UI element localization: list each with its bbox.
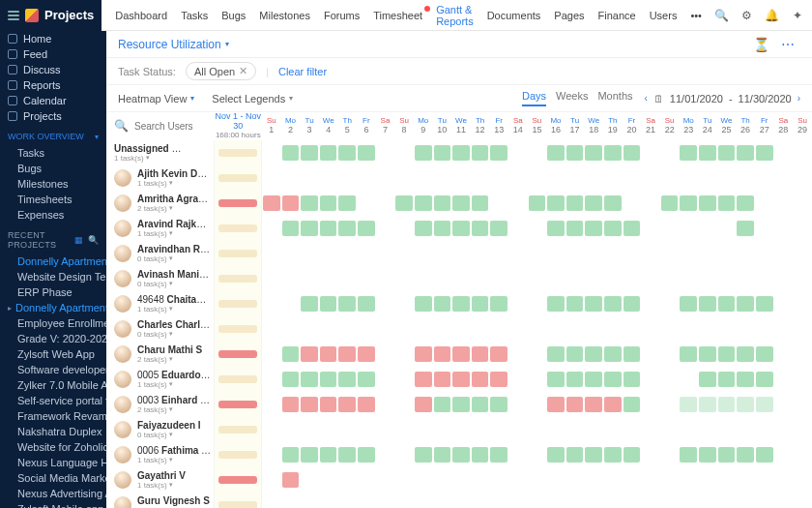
day-cell[interactable] bbox=[394, 291, 414, 316]
day-cell[interactable] bbox=[584, 442, 603, 467]
day-cell[interactable] bbox=[376, 392, 395, 417]
chevron-down-icon[interactable]: ▾ bbox=[169, 456, 173, 463]
day-cell[interactable] bbox=[489, 442, 508, 467]
day-cell[interactable] bbox=[623, 291, 642, 316]
day-cell[interactable] bbox=[584, 266, 603, 291]
day-cell[interactable] bbox=[281, 191, 301, 216]
day-cell[interactable] bbox=[451, 367, 471, 392]
day-cell[interactable] bbox=[300, 367, 319, 392]
user-cell[interactable]: Ajith Kevin Devad...1 task(s)▾ bbox=[106, 165, 215, 191]
day-cell[interactable] bbox=[660, 140, 680, 165]
chip-remove-icon[interactable]: ✕ bbox=[239, 65, 247, 77]
search-icon[interactable]: 🔍 bbox=[715, 9, 729, 22]
day-cell[interactable] bbox=[451, 342, 471, 367]
day-cell[interactable] bbox=[357, 291, 376, 316]
day-cell[interactable] bbox=[528, 241, 547, 266]
day-cell[interactable] bbox=[300, 493, 319, 508]
day-cell[interactable] bbox=[736, 392, 755, 417]
day-cell[interactable] bbox=[357, 266, 376, 291]
day-cell[interactable] bbox=[451, 316, 471, 342]
sidebar-sub-timesheets[interactable]: Timesheets bbox=[0, 192, 106, 207]
day-cell[interactable] bbox=[623, 266, 642, 291]
day-cell[interactable] bbox=[489, 392, 508, 417]
day-cell[interactable] bbox=[603, 316, 623, 342]
user-cell[interactable]: Aravindhan Rajen...0 task(s)▾ bbox=[106, 241, 215, 266]
day-cell[interactable] bbox=[698, 342, 717, 367]
day-cell[interactable] bbox=[414, 291, 433, 316]
user-cell[interactable]: Guru Vignesh S0 task(s)▾ bbox=[106, 493, 215, 508]
day-cell[interactable] bbox=[528, 266, 547, 291]
day-cell[interactable] bbox=[584, 342, 603, 367]
day-cell[interactable] bbox=[698, 291, 717, 316]
day-cell[interactable] bbox=[357, 392, 376, 417]
day-cell[interactable] bbox=[281, 417, 301, 442]
day-cell[interactable] bbox=[641, 165, 660, 191]
day-cell[interactable] bbox=[508, 191, 528, 216]
day-cell[interactable] bbox=[698, 191, 717, 216]
day-cell[interactable] bbox=[698, 417, 717, 442]
day-cell[interactable] bbox=[262, 216, 281, 241]
day-cell[interactable] bbox=[717, 467, 737, 493]
day-cell[interactable] bbox=[679, 467, 698, 493]
day-cell[interactable] bbox=[281, 216, 301, 241]
day-cell[interactable] bbox=[394, 165, 414, 191]
day-cell[interactable] bbox=[357, 165, 376, 191]
day-cell[interactable] bbox=[376, 216, 395, 241]
day-cell[interactable] bbox=[357, 140, 376, 165]
day-cell[interactable] bbox=[471, 241, 490, 266]
day-cell[interactable] bbox=[337, 316, 357, 342]
day-cell[interactable] bbox=[281, 266, 301, 291]
day-cell[interactable] bbox=[755, 140, 774, 165]
day-cell[interactable] bbox=[357, 241, 376, 266]
day-cell[interactable] bbox=[641, 367, 660, 392]
day-cell[interactable] bbox=[489, 165, 508, 191]
day-cell[interactable] bbox=[262, 417, 281, 442]
menu-milestones[interactable]: Milestones bbox=[259, 10, 310, 21]
day-cell[interactable] bbox=[262, 140, 281, 165]
day-cell[interactable] bbox=[641, 467, 660, 493]
day-cell[interactable] bbox=[394, 241, 414, 266]
day-cell[interactable] bbox=[376, 266, 395, 291]
day-cell[interactable] bbox=[337, 140, 357, 165]
day-cell[interactable] bbox=[376, 291, 395, 316]
day-cell[interactable] bbox=[641, 191, 660, 216]
day-cell[interactable] bbox=[319, 316, 338, 342]
day-cell[interactable] bbox=[736, 417, 755, 442]
day-cell[interactable] bbox=[736, 291, 755, 316]
sidebar-project[interactable]: Self-service portal for Z bbox=[0, 393, 106, 408]
day-cell[interactable] bbox=[337, 165, 357, 191]
day-cell[interactable] bbox=[698, 367, 717, 392]
day-cell[interactable] bbox=[717, 191, 737, 216]
day-cell[interactable] bbox=[736, 140, 755, 165]
day-cell[interactable] bbox=[394, 316, 414, 342]
day-cell[interactable] bbox=[566, 216, 585, 241]
chevron-down-icon[interactable]: ▾ bbox=[169, 280, 173, 287]
menu-finance[interactable]: Finance bbox=[598, 10, 636, 21]
day-cell[interactable] bbox=[471, 493, 490, 508]
day-cell[interactable] bbox=[337, 291, 357, 316]
day-cell[interactable] bbox=[471, 140, 490, 165]
day-cell[interactable] bbox=[698, 140, 717, 165]
day-cell[interactable] bbox=[755, 442, 774, 467]
day-cell[interactable] bbox=[603, 266, 623, 291]
day-cell[interactable] bbox=[471, 367, 490, 392]
sidebar-project[interactable]: Employee Enrollment bbox=[0, 315, 106, 331]
day-cell[interactable] bbox=[774, 165, 794, 191]
day-cell[interactable] bbox=[755, 493, 774, 508]
more-icon[interactable]: ⋯ bbox=[775, 37, 800, 52]
day-cell[interactable] bbox=[736, 191, 755, 216]
day-cell[interactable] bbox=[300, 216, 319, 241]
day-cell[interactable] bbox=[546, 342, 566, 367]
day-cell[interactable] bbox=[414, 165, 433, 191]
day-cell[interactable] bbox=[584, 191, 603, 216]
day-cell[interactable] bbox=[528, 442, 547, 467]
day-cell[interactable] bbox=[357, 216, 376, 241]
help-icon[interactable]: ✦ bbox=[791, 9, 804, 22]
day-cell[interactable] bbox=[641, 140, 660, 165]
chevron-down-icon[interactable]: ▾ bbox=[146, 154, 150, 162]
day-cell[interactable] bbox=[584, 140, 603, 165]
day-cell[interactable] bbox=[451, 467, 471, 493]
day-cell[interactable] bbox=[319, 291, 338, 316]
hamburger-icon[interactable] bbox=[8, 11, 19, 20]
day-cell[interactable] bbox=[394, 467, 414, 493]
